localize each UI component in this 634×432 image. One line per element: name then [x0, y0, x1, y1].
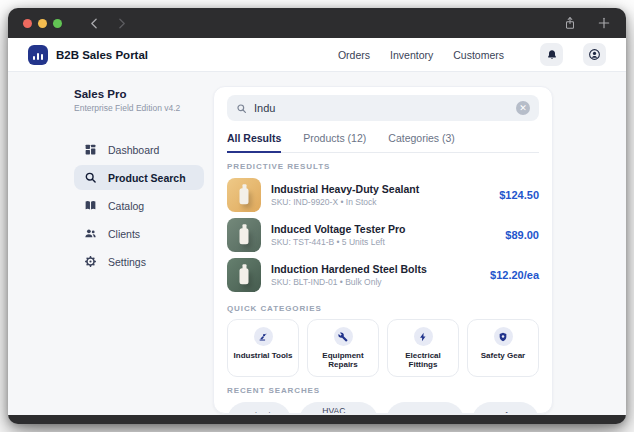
recent-search-chip[interactable]: Safety Goggles — [472, 402, 539, 414]
results-tabs: All Results Products (12) Categories (3) — [227, 132, 539, 153]
chip-label: Copper Wiring 12/2 — [409, 411, 455, 414]
zoom-window-button[interactable] — [53, 19, 62, 28]
product-thumbnail — [227, 218, 261, 252]
minimize-window-button[interactable] — [38, 19, 47, 28]
search-icon — [236, 103, 247, 114]
sidebar-item-label: Dashboard — [108, 144, 159, 156]
sidebar-item-catalog[interactable]: Catalog — [74, 193, 204, 218]
sidebar-item-settings[interactable]: Settings — [74, 249, 204, 274]
app-header: B2B Sales Portal Orders Inventory Custom… — [8, 38, 626, 72]
lightning-bolt-icon — [414, 327, 433, 346]
chip-label: Titanium Drills — [250, 411, 282, 414]
recent-search-chip[interactable]: Copper Wiring 12/2 — [386, 402, 464, 414]
clear-search-button[interactable]: ✕ — [516, 101, 530, 115]
category-card-industrial-tools[interactable]: Industrial Tools — [227, 319, 299, 377]
category-card-electrical-fittings[interactable]: Electrical Fittings — [387, 319, 459, 377]
nav-inventory[interactable]: Inventory — [390, 49, 433, 61]
product-title: Industrial Heavy-Duty Sealant — [271, 183, 419, 195]
notifications-button[interactable] — [540, 43, 563, 66]
search-results-card: Indu ✕ All Results Products (12) Categor… — [213, 86, 553, 414]
sidebar-subtitle: Enterprise Field Edition v4.2 — [74, 103, 205, 113]
sidebar-item-label: Product Search — [108, 172, 186, 184]
search-query-text: Indu — [254, 102, 275, 114]
category-card-equipment-repairs[interactable]: Equipment Repairs — [307, 319, 379, 377]
bar-chart-icon — [28, 45, 48, 65]
section-predictive-results: PREDICTIVE RESULTS — [227, 162, 539, 171]
recent-search-chip[interactable]: Titanium Drills — [227, 402, 291, 414]
nav-orders[interactable]: Orders — [338, 49, 370, 61]
tab-categories[interactable]: Categories (3) — [388, 132, 455, 152]
sidebar-item-clients[interactable]: Clients — [74, 221, 204, 246]
result-row[interactable]: Induction Hardened Steel Bolts SKU: BLT-… — [227, 255, 539, 295]
chip-label: Safety Goggles — [495, 411, 530, 414]
users-icon — [84, 227, 97, 240]
product-sku: SKU: IND-9920-X • In Stock — [271, 197, 419, 207]
product-thumbnail — [227, 178, 261, 212]
category-label: Safety Gear — [470, 351, 536, 360]
recent-search-chip[interactable]: HVAC Filters 24×24 — [299, 402, 378, 414]
robot-arm-icon — [254, 327, 273, 346]
wrench-icon — [334, 327, 353, 346]
nav-customers[interactable]: Customers — [453, 49, 504, 61]
product-price: $12.20/ea — [490, 269, 539, 281]
forward-chevron-icon[interactable] — [115, 17, 128, 30]
share-icon[interactable] — [563, 16, 577, 30]
main-panel: Indu ✕ All Results Products (12) Categor… — [205, 72, 626, 415]
new-tab-plus-icon[interactable] — [597, 16, 611, 30]
browser-window: B2B Sales Portal Orders Inventory Custom… — [8, 8, 626, 424]
product-title: Induced Voltage Tester Pro — [271, 223, 405, 235]
sidebar-title: Sales Pro — [74, 88, 205, 100]
product-sku: SKU: TST-441-B • 5 Units Left — [271, 237, 405, 247]
app-title: B2B Sales Portal — [56, 49, 148, 61]
category-label: Industrial Tools — [230, 351, 296, 360]
section-quick-categories: QUICK CATEGORIES — [227, 304, 539, 313]
product-price: $124.50 — [499, 189, 539, 201]
sidebar-item-label: Settings — [108, 256, 146, 268]
user-circle-icon — [588, 48, 601, 61]
sidebar-item-dashboard[interactable]: Dashboard — [74, 137, 204, 162]
sidebar: Sales Pro Enterprise Field Edition v4.2 … — [8, 72, 205, 415]
search-icon — [84, 171, 97, 184]
product-sku: SKU: BLT-IND-01 • Bulk Only — [271, 277, 427, 287]
tab-products[interactable]: Products (12) — [303, 132, 366, 152]
sidebar-item-label: Catalog — [108, 200, 144, 212]
grid-icon — [84, 143, 97, 156]
bell-icon — [546, 49, 558, 61]
tab-all-results[interactable]: All Results — [227, 132, 281, 153]
back-chevron-icon[interactable] — [88, 17, 101, 30]
gear-icon — [84, 255, 97, 268]
titlebar — [8, 8, 626, 38]
category-label: Electrical Fittings — [390, 351, 456, 369]
product-price: $89.00 — [505, 229, 539, 241]
chip-label: HVAC Filters 24×24 — [322, 406, 369, 414]
result-row[interactable]: Industrial Heavy-Duty Sealant SKU: IND-9… — [227, 175, 539, 215]
product-thumbnail — [227, 258, 261, 292]
close-window-button[interactable] — [23, 19, 32, 28]
section-recent-searches: RECENT SEARCHES — [227, 386, 539, 395]
category-card-safety-gear[interactable]: Safety Gear — [467, 319, 539, 377]
book-icon — [84, 199, 97, 212]
result-row[interactable]: Induced Voltage Tester Pro SKU: TST-441-… — [227, 215, 539, 255]
product-title: Induction Hardened Steel Bolts — [271, 263, 427, 275]
shield-icon — [494, 327, 513, 346]
sidebar-item-product-search[interactable]: Product Search — [74, 165, 204, 190]
quick-categories: Industrial Tools Equipment Repairs — [227, 319, 539, 377]
sidebar-item-label: Clients — [108, 228, 140, 240]
recent-search-chips: Titanium Drills HVAC Filters 24×24 — [227, 402, 539, 414]
category-label: Equipment Repairs — [310, 351, 376, 369]
search-input[interactable]: Indu ✕ — [227, 95, 539, 121]
top-nav: Orders Inventory Customers — [338, 43, 606, 66]
profile-button[interactable] — [583, 43, 606, 66]
